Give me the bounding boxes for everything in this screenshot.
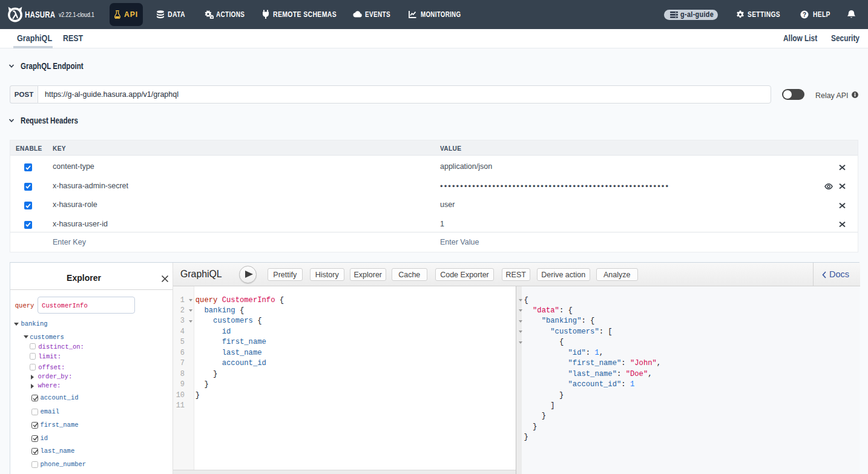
svg-text:?: ? [803, 12, 806, 18]
